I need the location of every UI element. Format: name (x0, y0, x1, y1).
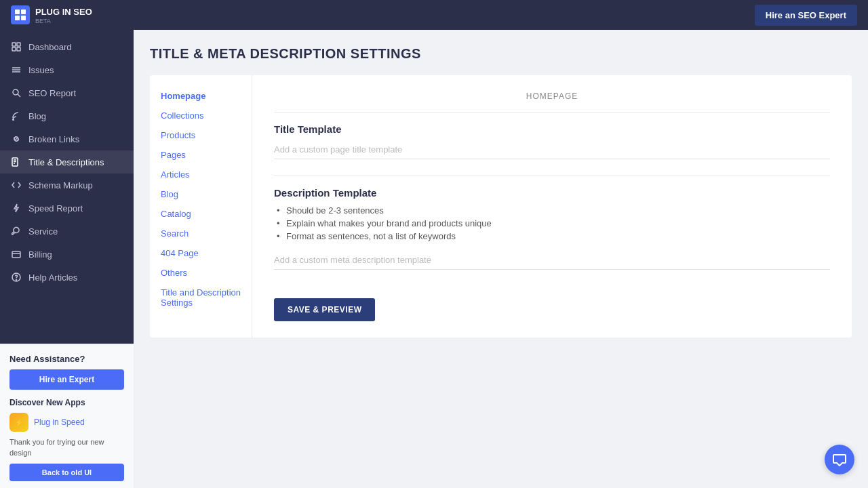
title-template-label: Title Template (274, 123, 830, 135)
app-icon: ⚡ (9, 413, 28, 432)
hint-item-2: Explain what makes your brand and produc… (277, 217, 830, 230)
zap-icon (11, 203, 22, 214)
svg-rect-5 (17, 43, 20, 46)
sidebar-item-speed-report[interactable]: Speed Report (0, 197, 134, 220)
nav-others[interactable]: Others (150, 263, 252, 283)
svg-rect-6 (12, 47, 16, 51)
hire-seo-expert-button[interactable]: Hire an SEO Expert (755, 5, 857, 26)
help-circle-icon (11, 272, 22, 283)
sidebar-item-schema-markup[interactable]: Schema Markup (0, 174, 134, 197)
grid-icon (11, 41, 22, 52)
description-template-label: Description Template (274, 187, 830, 199)
back-to-old-ui-button[interactable]: Back to old UI (9, 464, 124, 481)
app-name[interactable]: Plug in Speed (34, 418, 85, 427)
thank-you-text: Thank you for trying our new design (9, 437, 124, 458)
nav-title-desc-settings[interactable]: Title and Description Settings (150, 283, 252, 312)
list-icon (11, 64, 22, 75)
hint-item-1: Should be 2-3 sentences (277, 204, 830, 217)
assistance-title: Need Assistance? (9, 354, 124, 364)
chat-button[interactable] (825, 445, 854, 474)
nav-homepage[interactable]: Homepage (150, 86, 252, 106)
svg-point-11 (13, 89, 18, 95)
content-wrapper: Homepage Collections Products Pages Arti… (150, 75, 852, 338)
tag-icon (11, 157, 22, 167)
nav-articles[interactable]: Articles (150, 165, 252, 184)
hint-item-3: Format as sentences, not a list of keywo… (277, 230, 830, 243)
sidebar-item-seo-report[interactable]: SEO Report (0, 81, 134, 104)
main-content: TITLE & META DESCRIPTION SETTINGS Homepa… (134, 30, 868, 488)
svg-rect-7 (17, 47, 20, 51)
sidebar-item-dashboard[interactable]: Dashboard (0, 35, 134, 58)
discover-title: Discover New Apps (9, 398, 124, 407)
logo-icon (11, 5, 30, 24)
app-item: ⚡ Plug in Speed (9, 413, 124, 432)
svg-rect-0 (15, 9, 20, 14)
sidebar-item-broken-links[interactable]: Broken Links (0, 127, 134, 150)
tool-icon (11, 226, 22, 237)
sidebar-item-help-articles[interactable]: Help Articles (0, 266, 134, 289)
description-template-section: Description Template Should be 2-3 sente… (274, 187, 830, 270)
sidebar-item-issues[interactable]: Issues (0, 58, 134, 81)
description-template-input[interactable] (274, 251, 830, 270)
page-title: TITLE & META DESCRIPTION SETTINGS (150, 46, 852, 62)
nav-collections[interactable]: Collections (150, 106, 252, 125)
rss-icon (11, 110, 22, 121)
search-icon (11, 87, 22, 98)
svg-point-13 (13, 119, 14, 121)
sidebar-item-billing[interactable]: Billing (0, 243, 134, 266)
save-preview-button[interactable]: SAVE & PREVIEW (274, 298, 375, 321)
sidebar-item-service[interactable]: Service (0, 220, 134, 243)
right-panel: HOMEPAGE Title Template Description Temp… (252, 75, 852, 338)
nav-pages[interactable]: Pages (150, 145, 252, 165)
nav-search[interactable]: Search (150, 224, 252, 243)
svg-point-21 (16, 280, 17, 281)
nav-404page[interactable]: 404 Page (150, 243, 252, 263)
logo-area: PLUG IN SEO BETA (11, 5, 92, 24)
left-nav: Homepage Collections Products Pages Arti… (150, 75, 252, 338)
svg-rect-3 (21, 16, 26, 20)
nav-blog[interactable]: Blog (150, 184, 252, 204)
svg-rect-2 (15, 16, 20, 20)
top-header: PLUG IN SEO BETA Hire an SEO Expert (0, 0, 868, 30)
description-hints: Should be 2-3 sentences Explain what mak… (274, 204, 830, 243)
assistance-panel: Need Assistance? Hire an Expert Discover… (0, 344, 134, 488)
credit-card-icon (11, 249, 22, 260)
nav-products[interactable]: Products (150, 125, 252, 145)
sidebar-item-blog[interactable]: Blog (0, 104, 134, 127)
nav-catalog[interactable]: Catalog (150, 204, 252, 224)
title-template-section: Title Template (274, 123, 830, 159)
svg-rect-18 (12, 251, 20, 258)
hire-expert-button[interactable]: Hire an Expert (9, 369, 124, 390)
svg-line-12 (18, 94, 20, 97)
logo-text: PLUG IN SEO BETA (35, 5, 92, 24)
divider-1 (274, 176, 830, 176)
title-template-input[interactable] (274, 140, 830, 159)
svg-rect-1 (21, 9, 26, 14)
sidebar-item-title-descriptions[interactable]: Title & Descriptions (0, 150, 134, 174)
code-icon (11, 180, 22, 190)
link-icon (11, 134, 22, 144)
svg-rect-4 (12, 43, 16, 46)
section-header: HOMEPAGE (274, 92, 830, 113)
